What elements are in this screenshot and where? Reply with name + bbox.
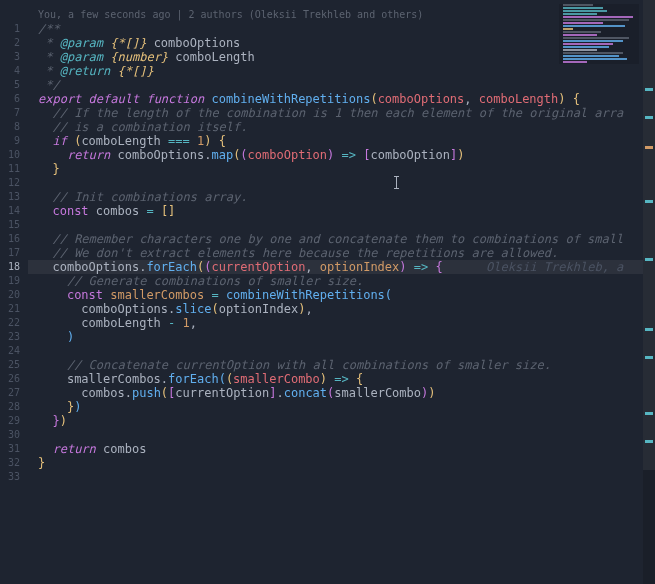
active-line[interactable]: comboOptions.forEach((currentOption, opt… bbox=[28, 260, 655, 274]
minimap[interactable] bbox=[559, 4, 639, 64]
line-gutter: 1 2 3 4 5 6 7 8 9 10 11 12 13 14 15 16 1… bbox=[0, 0, 28, 584]
code-area[interactable]: You, a few seconds ago | 2 authors (Olek… bbox=[28, 0, 655, 584]
inline-blame: Oleksii Trekhleb, a bbox=[486, 260, 623, 274]
text-cursor bbox=[396, 176, 397, 189]
code-editor[interactable]: 1 2 3 4 5 6 7 8 9 10 11 12 13 14 15 16 1… bbox=[0, 0, 655, 584]
code-line[interactable]: export default function combineWithRepet… bbox=[28, 92, 655, 106]
vertical-scrollbar[interactable] bbox=[643, 0, 655, 584]
